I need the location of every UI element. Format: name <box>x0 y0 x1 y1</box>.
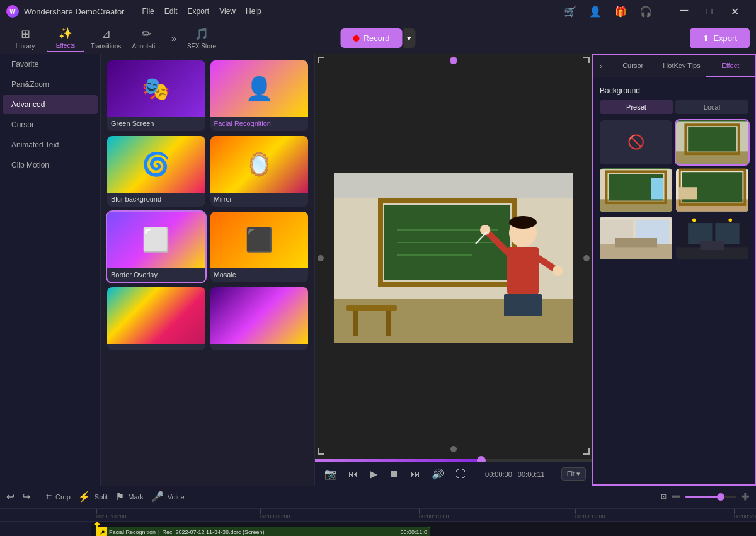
nav-cursor[interactable]: Cursor <box>3 115 98 134</box>
video-progress-bar[interactable] <box>315 459 592 462</box>
preset-local-tabs: Preset Local <box>600 100 748 114</box>
zoom-out-button[interactable]: ➖ <box>672 493 680 501</box>
crop-handle-bottom[interactable] <box>450 446 457 452</box>
maximize-button[interactable]: □ <box>701 3 718 20</box>
stop-button[interactable]: ⏹ <box>386 467 402 482</box>
export-button[interactable]: ⬆ Export <box>690 28 750 48</box>
record-button[interactable]: Record <box>341 28 403 48</box>
play-button[interactable]: ▶ <box>367 466 381 482</box>
right-panel-expand-icon[interactable]: › <box>593 55 609 77</box>
main-toolbar: ⊞ Library ✨ Effects ⊿ Transitions ✏ Anno… <box>0 23 756 54</box>
mark-icon: ⚑ <box>115 491 124 503</box>
minimize-button[interactable]: ─ <box>675 3 693 20</box>
menu-help[interactable]: Help <box>246 7 261 16</box>
ruler-mark-15: 00:00:15:00 <box>575 509 605 521</box>
bg-item-classroom1[interactable] <box>676 120 748 164</box>
nav-advanced[interactable]: Advanced <box>3 95 98 114</box>
mark-button[interactable]: ⚑ Mark <box>115 491 143 503</box>
crop-handle-top[interactable] <box>450 57 457 64</box>
close-button[interactable]: ✕ <box>726 3 743 20</box>
nav-favorite[interactable]: Favorite <box>3 55 98 74</box>
volume-button[interactable]: 🔊 <box>428 466 447 482</box>
effect-partial-2[interactable] <box>210 287 309 350</box>
crop-icon: ⌗ <box>46 491 52 503</box>
screenshot-button[interactable]: 📷 <box>321 466 340 482</box>
bg-item-none[interactable]: 🚫 <box>600 120 672 164</box>
fullscreen-button[interactable]: ⛶ <box>452 467 469 482</box>
user-icon[interactable]: 👤 <box>587 3 604 20</box>
effect-border-overlay[interactable]: ⬜ Border Overlay <box>107 212 205 282</box>
nav-clip-motion[interactable]: Clip Motion <box>3 156 98 174</box>
zoom-in-button[interactable]: ➕ <box>741 493 750 501</box>
tab-effects[interactable]: ✨ Effects <box>47 25 84 52</box>
tab-effects-label: Effects <box>56 42 75 49</box>
track-02-lock[interactable]: 🔒 <box>19 534 32 537</box>
video-scrubber-handle[interactable] <box>477 456 486 462</box>
rewind-button[interactable]: ⏮ <box>345 467 362 482</box>
timeline-scrollable[interactable]: 00:00:00:00 00:00:05:00 00:00:10:00 00:0… <box>91 509 756 536</box>
effect-mirror-label: Mirror <box>210 193 309 207</box>
crop-handle-left[interactable] <box>318 255 324 261</box>
voice-button[interactable]: 🎤 Voice <box>151 491 185 503</box>
right-tab-effect[interactable]: Effect <box>706 55 755 77</box>
effect-mosaic[interactable]: ⬛ Mosaic <box>210 212 309 282</box>
cart-icon[interactable]: 🛒 <box>561 3 579 20</box>
more-tabs-button[interactable]: » <box>168 25 180 52</box>
clip-block-header: 👤 Facial Recognition | Rec_2022-07-12 11… <box>97 527 430 536</box>
zoom-thumb[interactable] <box>717 493 724 501</box>
headphones-icon[interactable]: 🎧 <box>637 3 655 20</box>
right-tab-cursor[interactable]: Cursor <box>609 55 657 77</box>
effect-green-screen[interactable]: 🎭 Green Screen <box>107 60 205 131</box>
undo-button[interactable]: ↩ <box>6 491 14 503</box>
voice-icon: 🎤 <box>151 491 164 503</box>
preset-tab[interactable]: Preset <box>600 100 673 114</box>
bg-item-dark-room[interactable] <box>676 216 748 260</box>
svg-rect-1 <box>334 173 573 198</box>
redo-button[interactable]: ↪ <box>22 491 30 503</box>
fit-button[interactable]: Fit ▾ <box>561 467 586 481</box>
effect-blur-bg-label: Blur background <box>107 193 205 207</box>
video-progress-fill <box>315 459 481 462</box>
video-scrubber[interactable] <box>315 459 592 462</box>
local-tab[interactable]: Local <box>675 100 748 114</box>
nav-panzoom[interactable]: Pan&Zoom <box>3 75 98 94</box>
crop-button[interactable]: ⌗ Crop <box>46 491 71 503</box>
track-02-audio[interactable]: 🔇 <box>52 534 64 537</box>
effect-facial-recognition[interactable]: 👤 Facial Recognition <box>210 60 309 131</box>
zoom-bar[interactable] <box>685 496 736 498</box>
tab-library[interactable]: ⊞ Library <box>6 25 44 52</box>
tab-transitions[interactable]: ⊿ Transitions <box>87 25 125 52</box>
forward-button[interactable]: ⏭ <box>407 467 423 482</box>
menu-export[interactable]: Export <box>187 7 209 16</box>
split-button[interactable]: ⚡ Split <box>78 491 108 503</box>
crop-handle-right[interactable] <box>583 255 590 261</box>
track-02-visibility[interactable]: 👁 <box>35 534 48 537</box>
tab-annotations[interactable]: ✏ Annotati... <box>127 25 165 52</box>
record-dropdown-button[interactable]: ▾ <box>403 28 415 48</box>
menu-file[interactable]: File <box>142 7 154 16</box>
clip-facial-recognition[interactable]: ↗ 👤 Facial Recognition | Rec_2022-07-12 … <box>96 527 430 536</box>
timeline-right-tools: ⊡ ➖ ➕ <box>661 493 750 501</box>
clip-separator: | <box>158 529 159 535</box>
fit-timeline-button[interactable]: ⊡ <box>661 493 667 501</box>
tab-sfx[interactable]: 🎵 SFX Store <box>183 25 220 52</box>
bg-item-classroom2[interactable] <box>600 168 672 212</box>
clip-filename: Rec_2022-07-12 11-34-38.dcrc (Screen) <box>162 529 264 535</box>
bg-classroom2-svg <box>600 168 672 212</box>
tab-annotations-label: Annotati... <box>132 43 160 50</box>
nav-animated-text[interactable]: Animated Text <box>3 135 98 154</box>
fit-dropdown-icon: ▾ <box>576 470 580 477</box>
right-tab-hotkey[interactable]: HotKey Tips <box>657 55 706 77</box>
bg-item-office[interactable] <box>600 216 672 260</box>
bg-office-svg <box>600 216 672 260</box>
bg-item-light-room[interactable] <box>676 168 748 212</box>
effect-blur-bg[interactable]: 🌀 Blur background <box>107 136 205 207</box>
svg-rect-16 <box>504 294 542 316</box>
gift-icon[interactable]: 🎁 <box>612 3 629 20</box>
menu-view[interactable]: View <box>219 7 236 16</box>
right-panel-tabs: › Cursor HotKey Tips Effect <box>593 55 755 77</box>
menu-edit[interactable]: Edit <box>164 7 178 16</box>
effect-partial-1[interactable] <box>107 287 205 350</box>
bg-light-room-svg <box>676 168 748 212</box>
effect-mirror[interactable]: 🪞 Mirror <box>210 136 309 207</box>
